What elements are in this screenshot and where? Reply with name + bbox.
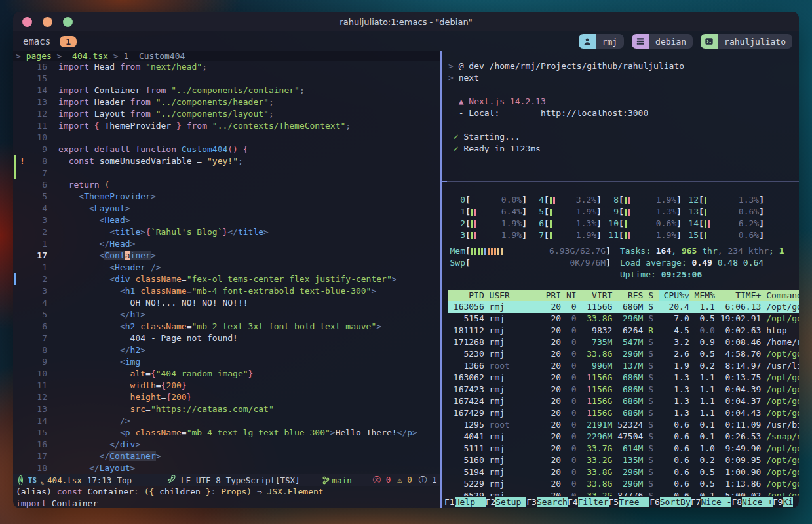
- fkey-F3[interactable]: F3Search: [526, 496, 568, 508]
- breadcrumb-item[interactable]: 404.tsx: [67, 51, 108, 61]
- process-row[interactable]: 5160rmj20033.2G135MS0.60.20:09.95/opt/go: [448, 454, 799, 466]
- breadcrumb-item[interactable]: >: [16, 51, 26, 61]
- process-row[interactable]: 5229rmj20033.8G296MS0.60.51:13.86/opt/go: [448, 478, 799, 490]
- process-row[interactable]: 1366root200996M137MS1.90.28:14.97/usr/li: [448, 360, 799, 372]
- code-line[interactable]: 5 </h1>: [13, 309, 440, 321]
- code-line[interactable]: 9export default function Custom404() {: [13, 144, 440, 155]
- process-row[interactable]: 4041rmj2002296M47504S0.60.10:26.53/snap/…: [448, 431, 799, 443]
- fkey-F4[interactable]: F4Filter: [568, 496, 609, 508]
- process-row[interactable]: 167424rmj2001156G686MS1.31.10:04.37/opt/…: [448, 395, 799, 407]
- column-header-mem[interactable]: MEM%: [689, 290, 715, 301]
- htop-pane[interactable]: 0[0.0%]4[3.2%]8[1.9%]12[1.3%]1[6.4%]5[1.…: [442, 182, 799, 508]
- column-header-pid[interactable]: PID: [448, 290, 484, 301]
- code-line[interactable]: 13import Header from "../components/head…: [13, 96, 440, 108]
- info-count[interactable]: ⓘ 1: [419, 475, 437, 486]
- code-line[interactable]: 2 <title>{`Rahul's Blog`}</title>: [13, 226, 440, 238]
- code-line[interactable]: 10 alt={"404 random image"}: [13, 368, 440, 380]
- editor-pane[interactable]: > pages > 404.tsx > 1 Custom404 16import…: [13, 51, 440, 508]
- code-line[interactable]: 7: [13, 167, 440, 179]
- breadcrumb[interactable]: > pages > 404.tsx > 1 Custom404: [13, 51, 440, 61]
- column-header-cmd[interactable]: Command: [761, 290, 799, 301]
- code-line[interactable]: 3 <Head>: [13, 214, 440, 226]
- process-row[interactable]: 5111rmj20033.7G614MS0.61.09:49.90/opt/go: [448, 443, 799, 454]
- code-line[interactable]: 9 <img: [13, 356, 440, 368]
- status-badge-rmj[interactable]: rmj: [579, 34, 624, 49]
- cell-pid: 167429: [448, 407, 484, 419]
- code-line[interactable]: 4 <Layout>: [13, 203, 440, 214]
- process-row[interactable]: 1295root2002191M52324S0.60.10:11.09/usr/…: [448, 419, 799, 431]
- error-count[interactable]: ⓧ 0: [373, 475, 391, 486]
- process-row[interactable]: 163056rmj2001156G686MS20.41.16:06.13/opt…: [448, 301, 799, 313]
- warning-count[interactable]: ⚠ 0: [397, 475, 412, 486]
- code-line[interactable]: 7 404 - Page not found!: [13, 333, 440, 344]
- breadcrumb-item[interactable]: 1: [123, 51, 138, 61]
- code-line[interactable]: 10: [13, 132, 440, 144]
- modeline-major-mode[interactable]: TypeScript[TSX]: [226, 475, 300, 485]
- process-row[interactable]: 167423rmj2001156G686MS1.31.10:04.39/opt/…: [448, 384, 799, 395]
- code-line[interactable]: 4 OH NO!... NO! NO! NO!!!: [13, 297, 440, 309]
- tmux-session-name[interactable]: emacs: [23, 36, 50, 47]
- column-header-cpu[interactable]: CPU%▽: [659, 290, 689, 301]
- fkey-F6[interactable]: F6SortBy: [649, 496, 691, 508]
- column-header-st[interactable]: S: [643, 290, 658, 301]
- fkey-F2[interactable]: F2Setup: [486, 496, 527, 508]
- code-segment: />: [151, 262, 161, 272]
- code-line[interactable]: 12import Layout from "../components/layo…: [13, 108, 440, 120]
- code-line[interactable]: 12 height={200}: [13, 392, 440, 403]
- code-line[interactable]: 3 <h1 className="mb-4 font-extrabold tex…: [13, 285, 440, 297]
- fkey-F7[interactable]: F7Nice -: [691, 496, 732, 508]
- terminal-pane[interactable]: > @ dev /home/rmj/Projects/github/rahulj…: [442, 51, 799, 508]
- column-header-ni[interactable]: NI: [561, 290, 576, 301]
- code-buffer[interactable]: 16import Head from "next/head";1514impor…: [13, 61, 440, 474]
- process-row[interactable]: 5154rmj20033.8G296MS7.00.519:02.91/opt/g…: [448, 313, 799, 325]
- breadcrumb-item[interactable]: pages: [26, 51, 52, 61]
- code-line[interactable]: 1 <Header />: [13, 262, 440, 273]
- column-header-res[interactable]: RES: [612, 290, 643, 301]
- fkey-F9[interactable]: F9Ki: [773, 496, 793, 508]
- code-line[interactable]: 15: [13, 73, 440, 85]
- code-line[interactable]: !8 const someUnusedVariable = "yey!";: [13, 155, 440, 167]
- code-line[interactable]: 11 width={200}: [13, 380, 440, 392]
- column-header-pri[interactable]: PRI: [541, 290, 561, 301]
- code-line[interactable]: 13 src="https://cataas.com/cat": [13, 403, 440, 415]
- breadcrumb-item[interactable]: >: [52, 51, 67, 61]
- code-line[interactable]: 16import Head from "next/head";: [13, 61, 440, 73]
- code-line[interactable]: 15 <p className="mb-4 text-lg text-blue-…: [13, 427, 440, 439]
- breadcrumb-item[interactable]: >: [108, 51, 123, 61]
- process-row[interactable]: 163062rmj2001156G686MS1.31.10:13.75/opt/…: [448, 372, 799, 384]
- fkey-F1[interactable]: F1Help: [444, 496, 486, 508]
- process-row[interactable]: 181112rmj20098326264R4.50.00:02.63htop: [448, 325, 799, 336]
- code-line[interactable]: 8 </h2>: [13, 344, 440, 356]
- process-row[interactable]: 5194rmj20033.8G296MS0.60.51:00.90/opt/go: [448, 466, 799, 478]
- code-line[interactable]: 6 return (: [13, 179, 440, 191]
- process-row[interactable]: 6529rmj20033.2G87776S0.60.15:00.02/opt/g…: [448, 490, 799, 496]
- code-line[interactable]: 17 </Container>: [13, 451, 440, 462]
- column-header-virt[interactable]: VIRT: [577, 290, 613, 301]
- fkey-F8[interactable]: F8Nice +: [731, 496, 773, 508]
- code-line[interactable]: 2 <div className="fex-ol tems-center fle…: [13, 273, 440, 285]
- status-badge-debian[interactable]: debian: [632, 34, 693, 49]
- git-branch[interactable]: main: [322, 475, 352, 485]
- code-line[interactable]: 11import { ThemeProvider } from "../cont…: [13, 120, 440, 132]
- process-row[interactable]: 171268rmj200735M547MS3.20.90:08.46/home/…: [448, 336, 799, 348]
- code-line[interactable]: 16 </div>: [13, 439, 440, 451]
- fkey-F5[interactable]: F5Tree: [609, 496, 650, 508]
- breadcrumb-item[interactable]: Custom404: [139, 51, 185, 61]
- code-line[interactable]: 14 />: [13, 415, 440, 427]
- diagnostics[interactable]: ⓧ 0 ⚠ 0 ⓘ 1: [373, 475, 437, 486]
- process-row[interactable]: 5230rmj20033.8G296MS2.60.54:58.70/opt/go: [448, 348, 799, 360]
- tmux-window-badge[interactable]: 1: [60, 36, 77, 47]
- column-header-user[interactable]: USER: [484, 290, 541, 301]
- process-table[interactable]: PIDUSERPRINIVIRTRESSCPU%▽MEM%TIME+Comman…: [448, 290, 799, 496]
- code-line[interactable]: 17 <Container>: [13, 250, 440, 262]
- code-line[interactable]: 1 </Head>: [13, 238, 440, 250]
- code-line[interactable]: 14import Container from "../components/c…: [13, 85, 440, 96]
- process-row[interactable]: 167429rmj2001156G686MS1.31.10:04.43/opt/…: [448, 407, 799, 419]
- horizontal-pane-divider[interactable]: [442, 181, 799, 182]
- status-badge-rahuljuliato[interactable]: rahuljuliato: [701, 34, 792, 49]
- code-line[interactable]: 6 <h2 className="mb-2 text-3xl font-bold…: [13, 321, 440, 333]
- code-line[interactable]: 5 <ThemeProvider>: [13, 191, 440, 203]
- code-line[interactable]: 18 </Layout>: [13, 462, 440, 474]
- column-header-time[interactable]: TIME+: [715, 290, 761, 301]
- process-table-header[interactable]: PIDUSERPRINIVIRTRESSCPU%▽MEM%TIME+Comman…: [448, 290, 799, 301]
